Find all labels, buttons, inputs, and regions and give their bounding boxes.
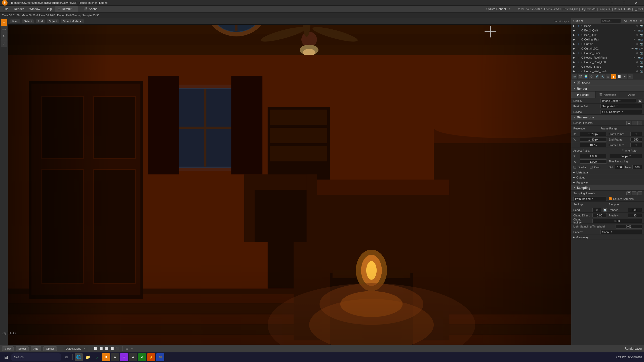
visibility-icon[interactable]: 👁 [635, 60, 639, 64]
sampling-add-btn[interactable]: + [632, 191, 636, 195]
render-icon[interactable]: 📷 [639, 33, 643, 37]
border-checkbox[interactable] [573, 166, 576, 169]
frame-step-value[interactable]: 1 [630, 143, 642, 147]
render-icon[interactable]: 📷 [635, 47, 638, 50]
app-icon-7[interactable]: ● [129, 353, 137, 361]
task-view-button[interactable]: ⧉ [62, 353, 70, 361]
chrome-icon[interactable]: 🌐 [75, 353, 83, 361]
render-tab-audio[interactable]: Audio [620, 92, 644, 98]
prop-tab-render[interactable]: 📷 [572, 74, 577, 79]
prop-tab-modifiers[interactable]: 🔧 [600, 74, 605, 79]
end-frame-value[interactable]: 250 [630, 137, 642, 142]
rotate-tool[interactable]: ↻ [1, 33, 7, 40]
start-frame-value[interactable]: 1 [630, 132, 642, 136]
outliner-item[interactable]: ▶ ○ O Bed2_Quilt 👁 📷 △ [571, 28, 644, 33]
app-icon-9[interactable]: ⚡ [147, 353, 155, 361]
maximize-button[interactable]: □ [618, 0, 630, 6]
prop-tab-world[interactable]: 🌍 [583, 74, 588, 79]
render-icon[interactable]: 📷 [637, 38, 641, 41]
geometry-header[interactable]: ▶ Geometry [571, 235, 644, 240]
add-toolbar-btn[interactable]: Add [31, 346, 41, 351]
metadata-header[interactable]: ▶ Metadata [571, 170, 644, 175]
visibility-icon[interactable]: 👁 [633, 56, 637, 59]
render-icon[interactable]: 📷 [639, 69, 643, 73]
visibility-icon[interactable]: 👁 [635, 65, 639, 68]
outliner-item[interactable]: ▶ ○ O House_Roof_Left 👁 📷 [571, 60, 644, 64]
prop-tab-physics[interactable]: ⚙ [628, 74, 633, 79]
output-header[interactable]: ▶ Output [571, 175, 644, 180]
add-menu[interactable]: Add [36, 19, 45, 23]
visibility-icon[interactable]: 👁 [633, 29, 637, 32]
old-value[interactable]: 100 [615, 165, 624, 169]
layer-btn-1[interactable]: ⬜ [94, 347, 97, 350]
layer-btn-5[interactable]: ⬛ [116, 347, 119, 350]
outliner-item[interactable]: ▶ ○ O Curtain 👁 📷 [571, 42, 644, 46]
freestyle-header[interactable]: ▶ Freestyle [571, 180, 644, 185]
seed-icon[interactable]: 🔄 [603, 208, 607, 212]
pattern-value[interactable]: Sobol ▼ [600, 230, 642, 234]
outliner-item[interactable]: ▶ ○ O House_Wall_Back 👁 📷 [571, 69, 644, 73]
visibility-icon[interactable]: 👁 [633, 38, 637, 41]
workspace-tab[interactable]: ⊞ Default + [55, 6, 78, 12]
render-icon[interactable]: 📷 [639, 65, 643, 68]
render-icon[interactable]: 📷 [639, 51, 643, 55]
new-value[interactable]: 100 [632, 165, 642, 169]
outliner-sort-icon[interactable]: ⊞ [640, 20, 642, 22]
visibility-icon[interactable]: 👁 [635, 24, 639, 28]
blender-icon[interactable]: B [102, 353, 110, 361]
preview-value[interactable]: 30 [628, 213, 642, 217]
render-icon[interactable]: 📷 [637, 29, 641, 32]
scene-tab[interactable]: 🎬 Scene + [80, 6, 104, 12]
visibility-icon[interactable]: 👁 [635, 33, 639, 37]
title-bar-controls[interactable]: − □ ✕ [606, 0, 642, 6]
presets-remove-btn[interactable]: − [637, 121, 642, 125]
prop-tab-scene[interactable]: 🎬 [578, 74, 583, 79]
render-tab-animation[interactable]: 🎬 Animation [595, 92, 620, 98]
outliner-item[interactable]: ▶ ○ O House_Stoop 👁 📷 [571, 64, 644, 69]
search-button[interactable]: Search... [11, 353, 61, 361]
outliner-item[interactable]: ▶ ○ O Ceiling_Fan 👁 📷 △ [571, 37, 644, 42]
prop-tab-data[interactable]: △ [606, 74, 611, 79]
render-engine-tab[interactable]: Cycles Render ▼ [483, 7, 514, 12]
aspect-y-value[interactable]: 1.000 [580, 159, 607, 164]
menu-render[interactable]: Render [11, 7, 26, 12]
x-value[interactable]: 1920 px [580, 132, 607, 136]
outliner-search[interactable] [601, 19, 621, 23]
clamp-direct-value[interactable]: 0.00 [592, 213, 607, 217]
app-icon-10[interactable]: 🎮 [156, 353, 164, 361]
presets-add-btn[interactable]: + [632, 121, 636, 125]
render-icon[interactable]: 📷 [639, 24, 643, 28]
object-toolbar-btn[interactable]: Object [43, 346, 57, 351]
prop-tab-particles[interactable]: ✦ [622, 74, 627, 79]
select-menu[interactable]: Select [22, 19, 34, 23]
render-section-header[interactable]: ▼ Render [571, 86, 644, 92]
layer-btn-4[interactable]: ⬜ [111, 347, 114, 350]
translate-tool[interactable]: ⟺ [1, 26, 7, 33]
visibility-icon[interactable]: 👁 [631, 47, 634, 50]
square-samples-checkbox[interactable]: ✓ [609, 197, 612, 200]
cursor-tool[interactable]: ✛ [1, 19, 7, 26]
feature-set-value[interactable]: Supported ▼ [600, 104, 642, 108]
render-layer-tab[interactable]: RenderLayer [625, 347, 642, 350]
aspect-x-value[interactable]: 1.000 [580, 154, 607, 158]
app-icon-5[interactable]: ● [111, 353, 119, 361]
app-icon-8[interactable]: A [138, 353, 146, 361]
visibility-icon[interactable]: 👁 [635, 69, 639, 73]
outliner-item[interactable]: ▶ ○ O House_Floor 👁 📷 [571, 51, 644, 55]
outliner-item[interactable]: ▶ ○ O Bed_Quilt 👁 📷 [571, 33, 644, 37]
scale-tool[interactable]: ⤢ [1, 40, 7, 47]
menu-window[interactable]: Window [27, 7, 43, 12]
visibility-icon[interactable]: 👁 [635, 51, 639, 55]
layer-btn-2[interactable]: ⬜ [100, 347, 103, 350]
sampling-list-btn[interactable]: ☰ [626, 191, 631, 195]
view-toolbar-btn[interactable]: View [2, 346, 14, 351]
prop-tab-object[interactable]: ⬡ [589, 74, 594, 79]
minimize-button[interactable]: − [606, 0, 618, 6]
viewport[interactable]: ✛ ⟺ ↻ ⤢ View Select Add Object Object Mo… [0, 18, 571, 345]
visibility-icon[interactable]: 👁 [635, 42, 639, 46]
percent-value[interactable]: 100% [580, 143, 607, 147]
object-mode-selector[interactable]: Object Mode ▼ [61, 19, 84, 23]
scene-add[interactable]: + [99, 7, 101, 11]
prop-tab-material[interactable]: ◆ [611, 74, 616, 79]
render-icon[interactable]: 📷 [637, 56, 641, 59]
